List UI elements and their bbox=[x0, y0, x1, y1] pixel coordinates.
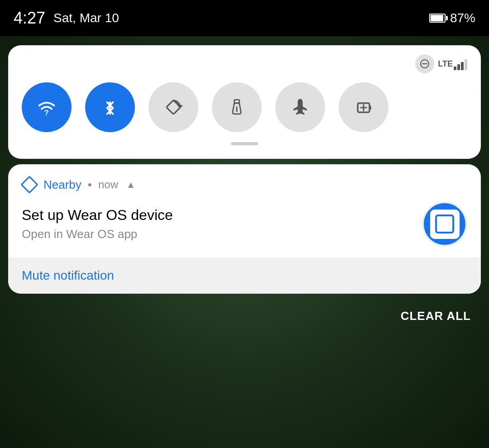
notification-panel[interactable]: Nearby • now ▲ Set up Wear OS device Ope… bbox=[8, 164, 481, 294]
qs-top-row: LTE bbox=[22, 54, 467, 73]
svg-rect-8 bbox=[369, 105, 371, 110]
notification-text-area: Set up Wear OS device Open in Wear OS ap… bbox=[22, 207, 422, 241]
notification-separator: • bbox=[88, 178, 92, 192]
status-bar: 4:27 Sat, Mar 10 87% bbox=[0, 0, 489, 36]
signal-bar-1 bbox=[454, 67, 456, 70]
notification-body: Set up Wear OS device Open in Wear OS ap… bbox=[22, 201, 467, 247]
scroll-dot bbox=[231, 142, 258, 145]
battery-percent: 87% bbox=[450, 11, 475, 25]
battery-icon bbox=[429, 14, 446, 23]
auto-rotate-tile[interactable] bbox=[149, 82, 198, 132]
signal-bar-4 bbox=[465, 59, 467, 70]
notification-title: Set up Wear OS device bbox=[22, 207, 422, 224]
nearby-icon bbox=[22, 177, 37, 192]
notification-actions: Mute notification bbox=[8, 257, 481, 294]
wifi-tile[interactable]: ? bbox=[22, 82, 72, 132]
flashlight-tile[interactable] bbox=[212, 82, 262, 132]
qs-tiles-row: ? bbox=[22, 82, 467, 132]
clear-all-button[interactable]: CLEAR ALL bbox=[401, 309, 471, 323]
signal-bar-2 bbox=[457, 64, 460, 70]
notification-content: Nearby • now ▲ Set up Wear OS device Ope… bbox=[8, 164, 481, 257]
wear-os-square-icon bbox=[435, 214, 454, 234]
status-time-date: 4:27 Sat, Mar 10 bbox=[14, 9, 119, 28]
status-right: 87% bbox=[429, 11, 475, 25]
notification-subtitle: Open in Wear OS app bbox=[22, 227, 422, 241]
notification-app-name: Nearby bbox=[43, 178, 82, 192]
lte-signal: LTE bbox=[438, 57, 467, 70]
svg-text:?: ? bbox=[44, 109, 48, 117]
wear-os-app-icon[interactable] bbox=[422, 201, 467, 247]
status-time: 4:27 bbox=[14, 9, 45, 28]
battery-fill bbox=[431, 15, 443, 21]
do-not-disturb-button[interactable] bbox=[415, 54, 434, 73]
lte-label: LTE bbox=[438, 59, 453, 69]
clear-all-area: CLEAR ALL bbox=[0, 300, 489, 332]
wear-os-icon-inner bbox=[430, 210, 460, 239]
quick-settings-panel: LTE ? bbox=[8, 45, 481, 159]
battery-saver-tile[interactable] bbox=[339, 82, 388, 132]
notification-time: now bbox=[98, 178, 118, 191]
scroll-indicator bbox=[22, 142, 467, 145]
expand-icon[interactable]: ▲ bbox=[126, 180, 135, 190]
notification-header: Nearby • now ▲ bbox=[22, 177, 467, 192]
mute-notification-button[interactable]: Mute notification bbox=[22, 268, 114, 283]
nearby-diamond-icon bbox=[20, 176, 38, 194]
bluetooth-tile[interactable] bbox=[85, 82, 135, 132]
signal-bar-3 bbox=[461, 62, 464, 70]
status-date: Sat, Mar 10 bbox=[53, 11, 119, 25]
signal-bars bbox=[454, 57, 467, 70]
airplane-mode-tile[interactable] bbox=[275, 82, 325, 132]
